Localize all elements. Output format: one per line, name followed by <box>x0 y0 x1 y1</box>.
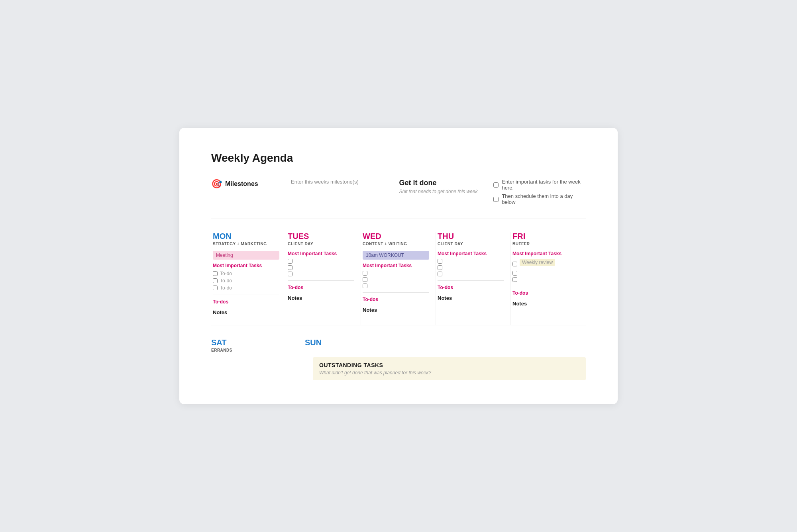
day-subtitle-wed: CONTENT + WRITING <box>363 242 429 246</box>
mit-label-mon[interactable]: Most Important Tasks <box>213 263 279 268</box>
check-label-mon-2: To-do <box>220 278 232 284</box>
notes-label-thu: Notes <box>438 295 504 301</box>
day-col-fri: FRI BUFFER Most Important Tasks Weekly r… <box>511 232 586 325</box>
day-col-mon: MON STRATEGY + MARKETING Meeting Most Im… <box>211 232 286 325</box>
get-it-done-subtitle: Shit that needs to get done this week <box>399 189 478 194</box>
milestones-hint: Enter this weeks milestone(s) <box>291 179 383 185</box>
notes-label-tue: Notes <box>288 295 354 301</box>
get-it-done-section: Get it done Shit that needs to get done … <box>399 179 478 194</box>
checkbox-wed-2[interactable] <box>363 277 367 282</box>
milestones-label: Milestones <box>225 180 258 188</box>
checkbox-mon-1[interactable] <box>213 271 218 276</box>
tasks-checklist: Enter important tasks for the week here.… <box>493 179 586 207</box>
check-label-fri-1: Weekly review <box>520 259 555 266</box>
check-row-fri-2[interactable] <box>512 271 579 276</box>
checkbox-fri-3[interactable] <box>512 277 517 282</box>
todos-label-tue[interactable]: To-dos <box>288 285 354 290</box>
weekly-agenda-card: Weekly Agenda 🎯 Milestones Enter this we… <box>179 128 618 404</box>
checkbox-wed-1[interactable] <box>363 271 367 276</box>
day-name-sat: SAT <box>211 338 297 347</box>
milestones-section: 🎯 Milestones <box>211 179 275 189</box>
checkbox-mon-3[interactable] <box>213 286 218 290</box>
day-col-sat: SAT ERRANDS <box>211 338 305 357</box>
notes-section-tue: Notes <box>288 295 354 301</box>
day-name-mon: MON <box>213 232 279 241</box>
target-icon: 🎯 <box>211 179 222 189</box>
check-label-mon-1: To-do <box>220 271 232 276</box>
mit-label-fri[interactable]: Most Important Tasks <box>512 251 579 256</box>
checkbox-tue-1[interactable] <box>288 259 292 264</box>
todos-label-fri[interactable]: To-dos <box>512 290 579 296</box>
days-grid: MON STRATEGY + MARKETING Meeting Most Im… <box>211 232 586 325</box>
check-row-wed-2[interactable] <box>363 277 429 282</box>
page-title: Weekly Agenda <box>211 152 586 164</box>
check-row-tue-1[interactable] <box>288 259 354 264</box>
get-it-done-title: Get it done <box>399 179 478 187</box>
checkbox-thu-2[interactable] <box>438 265 442 270</box>
checkbox-tue-3[interactable] <box>288 272 292 276</box>
outstanding-title: OUTSTANDING TASKS <box>319 362 579 368</box>
day-name-wed: WED <box>363 232 429 241</box>
outstanding-subtitle: What didn't get done that was planned fo… <box>319 370 579 376</box>
day-subtitle-tue: CLIENT DAY <box>288 242 354 246</box>
check-row-thu-3[interactable] <box>438 272 504 276</box>
checklist-item-1-label: Enter important tasks for the week here. <box>502 179 586 191</box>
day-name-tue: TUES <box>288 232 354 241</box>
day-subtitle-fri: BUFFER <box>512 242 579 246</box>
milestones-row: 🎯 Milestones Enter this weeks milestone(… <box>211 179 586 219</box>
event-pill-mon: Meeting <box>213 251 279 260</box>
mit-label-tue[interactable]: Most Important Tasks <box>288 251 354 256</box>
checkbox-tue-2[interactable] <box>288 265 292 270</box>
checklist-item-2-label: Then schedule them into a day below <box>502 193 586 205</box>
day-subtitle-sat: ERRANDS <box>211 348 297 352</box>
check-row-mon-3[interactable]: To-do <box>213 285 279 291</box>
notes-section-thu: Notes <box>438 295 504 301</box>
check-row-thu-1[interactable] <box>438 259 504 264</box>
check-row-mon-1[interactable]: To-do <box>213 271 279 276</box>
day-col-wed: WED CONTENT + WRITING 10am WORKOUT Most … <box>361 232 436 325</box>
notes-section-wed: Notes <box>363 307 429 313</box>
day-subtitle-thu: CLIENT DAY <box>438 242 504 246</box>
checklist-item-1[interactable]: Enter important tasks for the week here. <box>493 179 586 191</box>
checkbox-thu-1[interactable] <box>438 259 442 264</box>
todos-label-wed[interactable]: To-dos <box>363 297 429 302</box>
check-row-wed-3[interactable] <box>363 284 429 288</box>
day-name-sun: SUN <box>305 338 391 347</box>
mit-label-thu[interactable]: Most Important Tasks <box>438 251 504 256</box>
notes-label-mon: Notes <box>213 309 279 315</box>
notes-label-wed: Notes <box>363 307 429 313</box>
event-pill-wed: 10am WORKOUT <box>363 251 429 260</box>
checkbox-fri-2[interactable] <box>512 271 517 276</box>
day-subtitle-mon: STRATEGY + MARKETING <box>213 242 279 246</box>
check-row-fri-3[interactable] <box>512 277 579 282</box>
day-col-sun: SUN <box>305 338 398 348</box>
check-row-fri-1[interactable]: Weekly review <box>512 259 579 269</box>
day-name-fri: FRI <box>512 232 579 241</box>
todos-label-mon[interactable]: To-dos <box>213 299 279 305</box>
notes-section-mon: Notes <box>213 309 279 315</box>
outstanding-tasks-box: OUTSTANDING TASKS What didn't get done t… <box>313 357 586 380</box>
checkbox-mon-2[interactable] <box>213 278 218 283</box>
check-row-wed-1[interactable] <box>363 271 429 276</box>
notes-label-fri: Notes <box>512 301 579 307</box>
check-label-mon-3: To-do <box>220 285 232 291</box>
checkbox-thu-3[interactable] <box>438 272 442 276</box>
notes-section-fri: Notes <box>512 301 579 307</box>
checklist-item-2[interactable]: Then schedule them into a day below <box>493 193 586 205</box>
bottom-row: SAT ERRANDS SUN OUTSTANDING TASKS What d… <box>211 338 586 380</box>
day-col-thu: THU CLIENT DAY Most Important Tasks To-d… <box>436 232 511 325</box>
todos-label-thu[interactable]: To-dos <box>438 285 504 290</box>
day-name-thu: THU <box>438 232 504 241</box>
checkbox-fri-1[interactable] <box>512 262 517 266</box>
checklist-checkbox-2[interactable] <box>493 197 499 202</box>
check-row-thu-2[interactable] <box>438 265 504 270</box>
check-row-mon-2[interactable]: To-do <box>213 278 279 284</box>
mit-label-wed[interactable]: Most Important Tasks <box>363 263 429 268</box>
check-row-tue-3[interactable] <box>288 272 354 276</box>
checkbox-wed-3[interactable] <box>363 284 367 288</box>
check-row-tue-2[interactable] <box>288 265 354 270</box>
day-col-tue: TUES CLIENT DAY Most Important Tasks To-… <box>286 232 361 325</box>
checklist-checkbox-1[interactable] <box>493 182 499 188</box>
